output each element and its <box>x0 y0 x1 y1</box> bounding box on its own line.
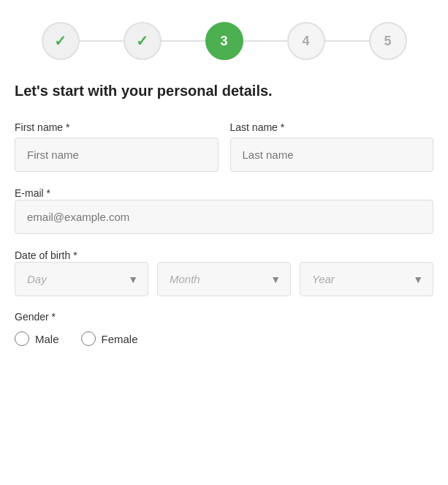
step-line-3 <box>243 40 287 42</box>
year-select-wrapper: Year 20262025202420232022202120202019201… <box>300 262 433 296</box>
last-name-input[interactable] <box>230 138 434 172</box>
email-group: E-mail * <box>15 187 433 234</box>
stepper: ✓ ✓ 3 4 5 <box>15 22 433 60</box>
year-select[interactable]: Year 20262025202420232022202120202019201… <box>300 262 433 296</box>
first-name-label: First name * <box>15 121 219 133</box>
month-select[interactable]: Month JanuaryFebruaryMarchAprilMayJuneJu… <box>157 262 291 296</box>
step-5-number: 5 <box>384 34 391 49</box>
male-option[interactable]: Male <box>15 331 59 346</box>
gender-label: Gender * <box>15 311 433 323</box>
email-label: E-mail * <box>15 187 50 199</box>
male-label: Male <box>35 333 59 345</box>
last-name-label: Last name * <box>230 121 434 133</box>
step-1: ✓ <box>42 22 80 60</box>
day-select-wrapper: Day 123456789101112131415161718192021222… <box>15 262 148 296</box>
step-line-2 <box>162 40 205 42</box>
first-name-input[interactable] <box>15 138 219 172</box>
name-row: First name * Last name * <box>15 121 433 172</box>
female-radio[interactable] <box>81 331 96 346</box>
gender-group: Gender * Male Female <box>15 311 433 346</box>
step-2: ✓ <box>124 22 162 60</box>
personal-details-form: First name * Last name * E-mail * Date o… <box>15 121 433 346</box>
dob-selects-row: Day 123456789101112131415161718192021222… <box>15 262 433 296</box>
step-3-number: 3 <box>220 34 227 49</box>
step-3: 3 <box>205 22 243 60</box>
step-1-check-icon: ✓ <box>54 32 67 50</box>
dob-label: Date of birth * <box>15 249 77 261</box>
dob-group: Date of birth * Day 12345678910111213141… <box>15 249 433 296</box>
male-radio[interactable] <box>15 331 29 346</box>
step-2-check-icon: ✓ <box>136 32 148 50</box>
page-heading: Let's start with your personal details. <box>15 80 433 101</box>
step-line-4 <box>325 40 369 42</box>
day-select[interactable]: Day 123456789101112131415161718192021222… <box>15 262 148 296</box>
female-label: Female <box>102 333 138 345</box>
step-4: 4 <box>287 22 325 60</box>
step-4-number: 4 <box>302 34 309 49</box>
month-select-wrapper: Month JanuaryFebruaryMarchAprilMayJuneJu… <box>157 262 291 296</box>
gender-options: Male Female <box>15 331 433 346</box>
email-input[interactable] <box>15 200 433 234</box>
last-name-group: Last name * <box>230 121 434 172</box>
female-option[interactable]: Female <box>81 331 138 346</box>
step-5: 5 <box>369 22 407 60</box>
first-name-group: First name * <box>15 121 219 172</box>
step-line-1 <box>80 40 124 42</box>
